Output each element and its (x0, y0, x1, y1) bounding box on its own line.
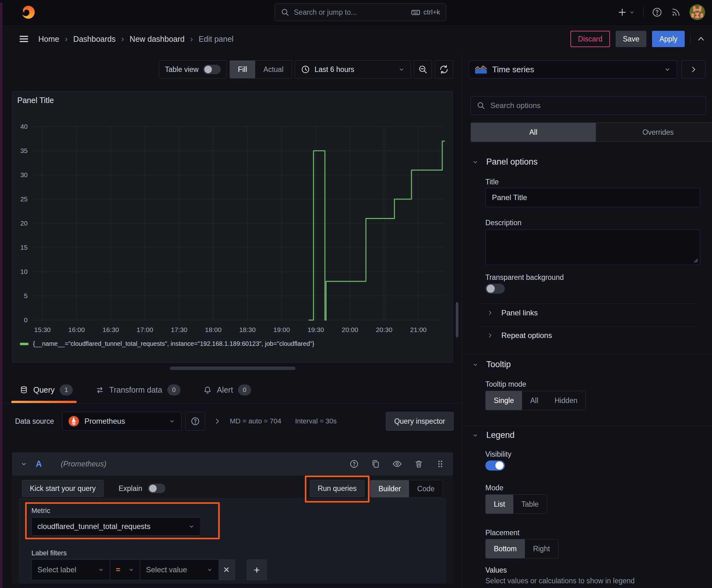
chevron-right-icon[interactable] (214, 417, 221, 425)
duplicate-icon[interactable] (371, 459, 380, 469)
transparent-background-toggle[interactable] (486, 284, 505, 294)
help-icon[interactable] (349, 459, 359, 469)
zoom-out-button[interactable] (414, 60, 432, 79)
panel-title-input[interactable]: Panel Title (486, 188, 700, 207)
datasource-picker[interactable]: Prometheus (62, 412, 181, 430)
option-fill[interactable]: Fill (230, 61, 255, 78)
panel-options-pane: Time series Search options AllOverrides … (461, 54, 712, 588)
query-editor-card: A (Prometheus) Kick start your query Exp… (12, 452, 453, 584)
query-inspector-button[interactable]: Query inspector (386, 412, 454, 430)
select-value-dropdown[interactable]: Select value (140, 560, 218, 580)
metric-select[interactable]: cloudflared_tunnel_total_requests (31, 517, 201, 536)
legend-values-hint: Select values or calculations to show in… (486, 577, 635, 585)
add-new-button[interactable] (618, 7, 635, 17)
x-tick-label: 17:00 (136, 326, 153, 333)
remove-filter-button[interactable]: ✕ (218, 560, 235, 580)
chevron-down-icon[interactable] (20, 460, 28, 468)
time-series-chart[interactable]: 051015202530354015:3016:0016:3017:0017:3… (33, 127, 445, 320)
query-stats: MD = auto = 704 Interval = 30s (230, 417, 337, 425)
chevron-down-icon (169, 418, 175, 425)
window-edge-strip (0, 2, 2, 588)
time-range-label: Last 6 hours (315, 65, 354, 74)
option-hidden[interactable]: Hidden (546, 391, 586, 410)
apply-button[interactable]: Apply (652, 31, 685, 47)
option-table[interactable]: Table (513, 495, 547, 513)
news-icon[interactable] (671, 7, 681, 18)
option-overrides[interactable]: Overrides (596, 123, 712, 142)
save-button[interactable]: Save (616, 31, 646, 47)
option-actual[interactable]: Actual (255, 61, 292, 78)
breadcrumb-home[interactable]: Home (38, 35, 59, 44)
panel-title[interactable]: Panel Title (17, 96, 54, 105)
add-filter-button[interactable]: + (247, 560, 267, 580)
tooltip-mode-segmented: SingleAllHidden (486, 391, 586, 410)
top-nav-right (618, 0, 705, 24)
option-single[interactable]: Single (486, 391, 522, 410)
tab-query[interactable]: Query 1 (19, 377, 73, 403)
select-label-dropdown[interactable]: Select label (31, 560, 110, 580)
interval-stat: Interval = 30s (295, 417, 337, 425)
legend-visibility-toggle[interactable] (486, 460, 505, 470)
trash-icon[interactable] (414, 459, 424, 469)
tooltip-section-header[interactable]: Tooltip (472, 360, 511, 370)
visualization-picker[interactable]: Time series (469, 60, 677, 79)
keyboard-shortcut: ctrl+k (411, 7, 440, 17)
explain-toggle[interactable] (148, 484, 166, 493)
x-tick-label: 21:00 (410, 326, 427, 333)
transparent-background-label: Transparent background (486, 273, 564, 282)
breadcrumb-new-dashboard[interactable]: New dashboard (130, 35, 185, 44)
panel-links-section-header[interactable]: Panel links (487, 309, 538, 317)
option-builder[interactable]: Builder (370, 480, 409, 497)
time-range-picker[interactable]: Last 6 hours (295, 60, 411, 79)
option-all[interactable]: All (471, 123, 596, 142)
panel-options-section-header[interactable]: Panel options (472, 157, 538, 167)
divider (479, 303, 697, 304)
legend-section-header[interactable]: Legend (472, 430, 515, 440)
table-view-toggle[interactable] (203, 65, 221, 74)
option-bottom[interactable]: Bottom (486, 539, 525, 558)
run-queries-button[interactable]: Run queries (310, 480, 365, 497)
series-legend-label[interactable]: {__name__="cloudflared_tunnel_total_requ… (33, 340, 314, 348)
discard-button[interactable]: Discard (570, 31, 610, 47)
option-list[interactable]: List (486, 495, 513, 513)
drag-grip-icon[interactable] (435, 459, 445, 469)
eye-icon[interactable] (392, 459, 402, 469)
help-icon[interactable] (652, 7, 662, 18)
query-builder-section: Metric cloudflared_tunnel_total_requests… (19, 498, 446, 584)
chevron-down-icon (128, 567, 134, 573)
x-tick-label: 16:00 (68, 326, 85, 333)
tab-transform-data[interactable]: Transform data 0 (95, 377, 180, 403)
bell-icon (203, 386, 212, 395)
description-textarea[interactable] (486, 229, 700, 265)
nav-divider (643, 7, 644, 17)
repeat-options-section-header[interactable]: Repeat options (487, 331, 552, 340)
tab-alert[interactable]: Alert 0 (203, 377, 251, 403)
options-search-input[interactable]: Search options (471, 96, 706, 115)
mega-menu-icon[interactable] (18, 33, 29, 45)
breadcrumb-separator: › (121, 34, 124, 44)
x-tick-label: 16:30 (102, 326, 119, 333)
option-all[interactable]: All (522, 391, 546, 410)
collapse-options-icon[interactable] (696, 34, 706, 44)
toggle-viz-picker-button[interactable] (682, 60, 706, 79)
query-row-header[interactable]: A (Prometheus) (12, 452, 453, 476)
resize-handle-icon[interactable] (693, 257, 698, 263)
chevron-down-icon (398, 66, 405, 73)
edit-actions: Discard Save Apply (570, 31, 706, 47)
option-code[interactable]: Code (409, 480, 443, 497)
prometheus-icon (68, 416, 80, 427)
user-avatar[interactable] (689, 4, 705, 20)
operator-dropdown[interactable]: = (110, 560, 140, 580)
scrollbar-thumb[interactable] (456, 302, 458, 337)
datasource-label: Data source (15, 417, 54, 426)
panel-resize-handle[interactable] (170, 366, 296, 370)
option-right[interactable]: Right (525, 539, 558, 558)
breadcrumb-dashboards[interactable]: Dashboards (73, 35, 115, 44)
kick-start-query-button[interactable]: Kick start your query (22, 480, 104, 497)
global-search-input[interactable]: Search or jump to... ctrl+k (275, 3, 446, 21)
refresh-button[interactable] (435, 60, 453, 79)
tab-transform-label: Transform data (109, 385, 162, 395)
grafana-logo-icon[interactable] (20, 4, 37, 21)
datasource-help-button[interactable] (185, 412, 205, 430)
chart-legend[interactable]: {__name__="cloudflared_tunnel_total_requ… (20, 340, 314, 348)
